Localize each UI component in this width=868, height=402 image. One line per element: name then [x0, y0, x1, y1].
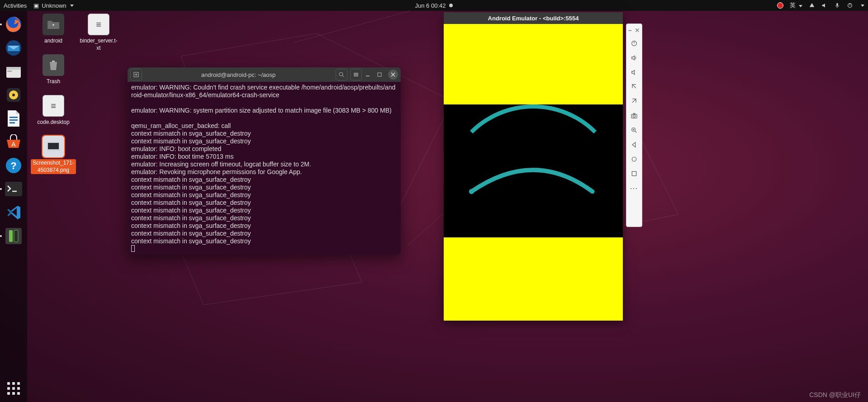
svg-text:A: A: [11, 141, 16, 148]
desktop-file-screenshot[interactable]: Screenshot_171-4503874.png: [31, 136, 76, 174]
new-tab-button[interactable]: [130, 69, 142, 80]
dock-thunderbird[interactable]: [3, 37, 24, 59]
icon-label: binder_server.t-xt: [76, 37, 121, 52]
svg-point-30: [632, 157, 636, 161]
microphone-icon[interactable]: [834, 2, 840, 9]
vscode-icon: [5, 204, 22, 221]
dock-emulator[interactable]: [3, 225, 24, 247]
close-icon: [391, 72, 395, 77]
svg-rect-21: [14, 230, 18, 242]
folder-icon: [43, 14, 64, 35]
update-indicator-icon[interactable]: [777, 2, 783, 9]
volume-icon[interactable]: [821, 2, 828, 9]
boot-arc-icon: [444, 104, 623, 237]
chevron-down-icon: [70, 5, 74, 7]
zoom-button[interactable]: [628, 123, 640, 137]
app-name: Unknown: [42, 2, 66, 9]
volume-up-button[interactable]: [628, 51, 640, 65]
terminal-output: emulator: WARNING: Couldn't find crash s…: [131, 84, 395, 245]
system-top-bar: Activities ▣ Unknown Jun 6 00:42 英: [0, 0, 868, 11]
music-icon: [5, 86, 22, 104]
svg-point-28: [633, 115, 635, 117]
volume-down-button[interactable]: [628, 66, 640, 79]
show-applications[interactable]: [3, 378, 24, 399]
ime-indicator[interactable]: 英: [790, 1, 802, 9]
overview-button[interactable]: [628, 167, 640, 180]
svg-rect-8: [7, 71, 12, 72]
datetime-label: Jun 6 00:42: [415, 2, 446, 9]
desktop-trash[interactable]: Trash: [31, 54, 76, 86]
maximize-button[interactable]: [374, 69, 385, 80]
icon-label: Screenshot_171-4503874.png: [31, 159, 76, 174]
trash-icon: [43, 54, 64, 76]
power-button[interactable]: [628, 37, 640, 50]
clock[interactable]: Jun 6 00:42: [415, 2, 453, 9]
screenshot-button[interactable]: [628, 109, 640, 123]
text-file-icon: ≡: [88, 14, 109, 35]
desktop-file-code[interactable]: ≡ code.desktop: [31, 95, 76, 127]
desktop-file-binder[interactable]: ≡ binder_server.t-xt: [76, 14, 121, 52]
activities-button[interactable]: Activities: [4, 2, 27, 9]
dock-help[interactable]: ?: [3, 155, 24, 176]
text-file-icon: ≡: [43, 95, 64, 117]
svg-rect-18: [5, 182, 22, 196]
terminal-titlebar[interactable]: android@android-pc: ~/aosp: [128, 67, 401, 82]
dock-firefox[interactable]: [3, 14, 24, 35]
chevron-down-icon: [861, 5, 864, 7]
power-icon[interactable]: [847, 2, 853, 9]
minimize-icon: [365, 72, 370, 77]
svg-rect-24: [378, 73, 381, 76]
network-icon[interactable]: [809, 2, 815, 9]
rotate-left-button[interactable]: [628, 80, 640, 94]
more-button[interactable]: ⋯: [628, 181, 640, 195]
dock-software[interactable]: A: [3, 131, 24, 153]
terminal-window[interactable]: android@android-pc: ~/aosp emulator: WAR…: [128, 67, 401, 255]
dock-vscode[interactable]: [3, 202, 24, 223]
svg-point-23: [339, 72, 343, 76]
app-menu[interactable]: ▣ Unknown: [33, 2, 73, 9]
svg-rect-7: [6, 67, 21, 70]
notification-dot-icon: [449, 4, 453, 7]
svg-rect-0: [836, 3, 838, 6]
apps-grid-icon: [7, 382, 20, 395]
svg-text:?: ?: [10, 160, 16, 171]
emulator-toolbar: – ✕ ⋯: [626, 24, 642, 227]
document-icon: [6, 109, 21, 128]
terminal-title: android@android-pc: ~/aosp: [144, 71, 333, 78]
minimize-button[interactable]: –: [628, 27, 632, 34]
ubuntu-dock: A ?: [0, 11, 27, 402]
chevron-down-icon: [799, 5, 802, 7]
emulator-screen[interactable]: [444, 24, 623, 321]
watermark: CSDN @职业UI仔: [809, 391, 861, 399]
image-file-icon: [43, 136, 64, 157]
back-button[interactable]: [628, 138, 640, 151]
terminal-body[interactable]: emulator: WARNING: Couldn't find crash s…: [128, 82, 401, 255]
icon-label: code.desktop: [35, 118, 71, 127]
new-tab-icon: [133, 71, 139, 78]
maximize-icon: [377, 72, 382, 77]
app-icon: ▣: [33, 2, 39, 9]
hamburger-button[interactable]: [350, 69, 362, 80]
dock-terminal[interactable]: [3, 178, 24, 200]
svg-rect-12: [9, 117, 18, 118]
home-button[interactable]: [628, 152, 640, 166]
dock-files[interactable]: [3, 61, 24, 82]
help-icon: ?: [5, 157, 22, 174]
minimize-button[interactable]: [362, 69, 374, 80]
firefox-icon: [5, 16, 22, 33]
svg-rect-19: [5, 228, 22, 244]
emulator-window[interactable]: Android Emulator - <build>:5554: [444, 12, 623, 321]
desktop-folder-android[interactable]: android: [31, 14, 76, 45]
dock-rhythmbox[interactable]: [3, 84, 24, 106]
rotate-right-button[interactable]: [628, 95, 640, 108]
icon-label: android: [43, 37, 64, 45]
close-button[interactable]: [388, 70, 398, 80]
close-button[interactable]: ✕: [635, 27, 640, 34]
terminal-icon: [5, 182, 22, 196]
dock-writer[interactable]: [3, 108, 24, 129]
emulator-icon: [5, 228, 22, 244]
hamburger-icon: [353, 71, 359, 78]
search-button[interactable]: [336, 69, 347, 80]
search-icon: [338, 71, 345, 78]
files-icon: [5, 64, 22, 79]
